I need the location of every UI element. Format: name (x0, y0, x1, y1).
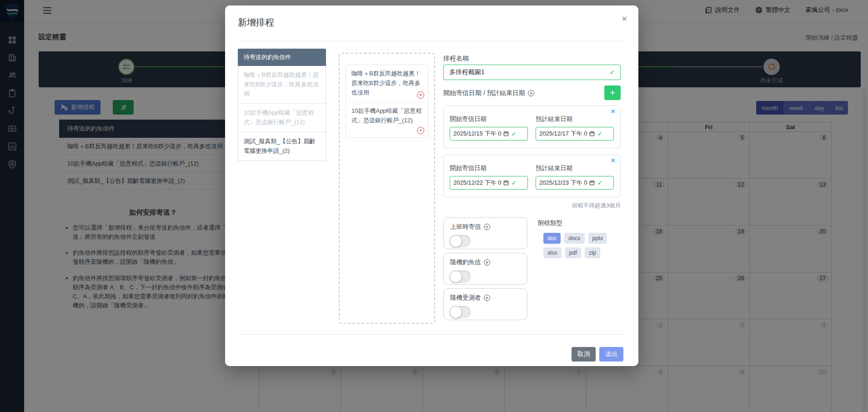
toggle-label-text: 上班時寄信 (450, 223, 481, 231)
end-date-value: 2025/12/17 下午 0 (539, 130, 587, 138)
selected-mails-dropzone[interactable]: 咖啡＋B群反而越吃越累！原來吃B群少這步，吃再多也沒用✕10款手機App暗藏「惡… (339, 53, 435, 324)
toggle-help-icon[interactable]: ? (484, 259, 490, 266)
mail-list-item[interactable]: 10款手機App暗藏「惡意程式」恐盜銀行帳戶_(12) (238, 103, 326, 132)
start-date-label: 開始寄信日期 (450, 164, 528, 172)
modal-footer: 取消 送出 (572, 347, 623, 362)
add-date-range-button[interactable]: + (604, 85, 621, 100)
start-date-input[interactable]: 2025/12/22 下午 0✓ (450, 176, 528, 190)
attachment-type-label: 附檔類型 (538, 219, 621, 227)
end-date-label: 預計結束日期 (536, 164, 614, 172)
calendar-picker-icon[interactable] (503, 180, 509, 186)
remove-mail-icon[interactable]: ✕ (417, 127, 424, 134)
start-date-group: 開始寄信日期2025/12/15 下午 0✓ (450, 115, 528, 141)
start-date-value: 2025/12/22 下午 0 (453, 179, 502, 187)
date-section-label: 開始寄信日期 / 預計結束日期 ? (443, 89, 534, 97)
date-section-label-text: 開始寄信日期 / 預計結束日期 (443, 89, 525, 97)
toggle-knob (450, 306, 462, 318)
attachment-chip-pptx[interactable]: pptx (588, 233, 607, 244)
end-date-value: 2025/12/23 下午 0 (539, 179, 587, 187)
attachment-chip-docx[interactable]: docx (564, 233, 584, 244)
add-schedule-modal: 新增排程 ✕ 待寄送的釣魚信件 咖啡＋B群反而越吃越累！原來吃B群少這步，吃再多… (225, 5, 638, 366)
remove-date-range-icon[interactable]: ✕ (610, 157, 616, 164)
toggle-knob (450, 236, 462, 247)
end-date-input[interactable]: 2025/12/23 下午 0✓ (536, 176, 614, 190)
modal-footer-divider (238, 334, 626, 335)
remove-mail-icon[interactable]: ✕ (417, 91, 424, 99)
mail-list-item[interactable]: 咖啡＋B群反而越吃越累！原來吃B群少這步，吃再多也沒用 (238, 66, 326, 103)
toggle-switch[interactable] (450, 271, 471, 283)
valid-check-icon: ✓ (609, 69, 615, 76)
start-date-group: 開始寄信日期2025/12/22 下午 0✓ (450, 164, 528, 190)
toggle-label-text: 隨機釣魚信 (450, 258, 481, 266)
date-range-card: ✕開始寄信日期2025/12/22 下午 0✓預計結束日期2025/12/23 … (443, 155, 621, 197)
schedule-form: 排程名稱 多排程截圖1 ✓ 開始寄信日期 / 預計結束日期 ? + ✕開始寄信日… (443, 5, 621, 366)
date-section-help-icon[interactable]: ? (528, 90, 534, 96)
attachment-chip-xlsx[interactable]: xlsx (543, 247, 562, 258)
toggle-card-2: 隨機釣魚信? (443, 253, 527, 285)
selected-mail-item[interactable]: 10款手機App暗藏「惡意程式」恐盜銀行帳戶_(12)✕ (346, 102, 428, 137)
calendar-picker-icon[interactable] (589, 180, 595, 186)
toggle-label-text: 隨機受測者 (450, 294, 481, 302)
end-date-group: 預計結束日期2025/12/23 下午 0✓ (536, 164, 614, 190)
end-date-label: 預計結束日期 (536, 115, 614, 123)
modal-close-icon[interactable]: ✕ (622, 15, 627, 23)
modal-title: 新增排程 (238, 16, 274, 29)
schedule-limit-note: 排程不得超過3個月 (572, 202, 621, 210)
date-range-card: ✕開始寄信日期2025/12/15 下午 0✓預計結束日期2025/12/17 … (443, 106, 621, 148)
toggle-switch[interactable] (450, 235, 471, 247)
schedule-name-input[interactable]: 多排程截圖1 ✓ (443, 65, 621, 80)
schedule-name-value: 多排程截圖1 (449, 68, 485, 76)
start-date-input[interactable]: 2025/12/15 下午 0✓ (450, 127, 528, 141)
modal-mail-list: 待寄送的釣魚信件 咖啡＋B群反而越吃越累！原來吃B群少這步，吃再多也沒用10款手… (238, 49, 326, 161)
toggle-label: 上班時寄信? (450, 223, 490, 231)
modal-mail-list-header: 待寄送的釣魚信件 (238, 49, 326, 66)
valid-check-icon: ✓ (512, 179, 517, 186)
start-date-label: 開始寄信日期 (450, 115, 528, 123)
selected-mail-text: 10款手機App暗藏「惡意程式」恐盜銀行帳戶_(12) (351, 107, 422, 124)
valid-check-icon: ✓ (597, 130, 603, 137)
toggle-switch[interactable] (450, 306, 471, 318)
calendar-picker-icon[interactable] (503, 131, 509, 136)
end-date-input[interactable]: 2025/12/17 下午 0✓ (536, 127, 614, 141)
attachment-chip-doc[interactable]: doc (543, 233, 561, 244)
toggle-label: 隨機受測者? (450, 294, 490, 302)
attachment-chip-zip[interactable]: zip (585, 247, 600, 258)
selected-mails-card: 咖啡＋B群反而越吃越累！原來吃B群少這步，吃再多也沒用✕10款手機App暗藏「惡… (346, 65, 428, 138)
toggle-knob (450, 271, 462, 282)
attachment-type-section: 附檔類型 docdocxpptxxlsxpdfzip (538, 219, 621, 258)
valid-check-icon: ✓ (512, 130, 517, 137)
toggle-help-icon[interactable]: ? (484, 295, 490, 301)
schedule-name-label: 排程名稱 (443, 55, 469, 63)
attachment-chip-pdf[interactable]: pdf (565, 247, 581, 258)
cancel-button[interactable]: 取消 (572, 347, 596, 362)
mail-list-item[interactable]: 測試_擬真類_【公告】屆齡電腦更換申請_(2) (238, 132, 326, 161)
toggle-help-icon[interactable]: ? (484, 224, 490, 230)
toggle-card-1: 上班時寄信? (443, 217, 527, 249)
valid-check-icon: ✓ (597, 179, 603, 186)
end-date-group: 預計結束日期2025/12/17 下午 0✓ (536, 115, 614, 141)
calendar-picker-icon[interactable] (589, 131, 595, 136)
selected-mail-item[interactable]: 咖啡＋B群反而越吃越累！原來吃B群少這步，吃再多也沒用✕ (346, 65, 428, 102)
toggle-label: 隨機釣魚信? (450, 258, 490, 266)
toggle-card-3: 隨機受測者? (443, 288, 527, 320)
screen: ? 說明文件 繁體中文 豪瘋公司 - zxcv 設定精靈 開始演 (0, 0, 868, 412)
selected-mail-text: 咖啡＋B群反而越吃越累！原來吃B群少這步，吃再多也沒用 (351, 70, 421, 96)
remove-date-range-icon[interactable]: ✕ (610, 108, 616, 115)
submit-button[interactable]: 送出 (599, 347, 623, 362)
start-date-value: 2025/12/15 下午 0 (453, 130, 502, 138)
